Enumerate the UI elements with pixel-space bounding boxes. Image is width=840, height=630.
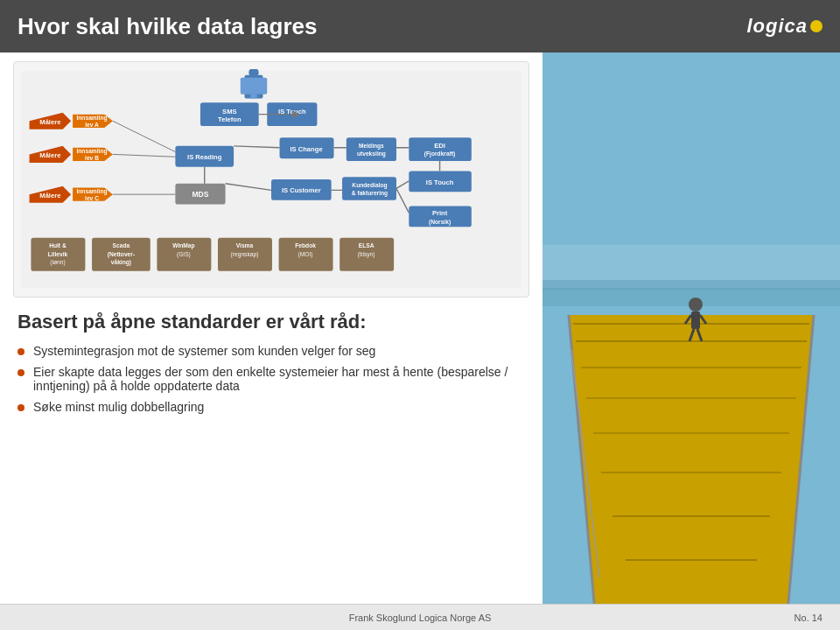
svg-text:MDS: MDS	[192, 190, 208, 199]
flow-diagram: SMS Telefon IS Touch IS Reading IS Chang…	[21, 69, 522, 290]
main-heading: Basert på åpne standarder er vårt råd:	[18, 311, 525, 333]
diagram-area: SMS Telefon IS Touch IS Reading IS Chang…	[13, 61, 529, 298]
svg-text:(lønn): (lønn)	[50, 259, 65, 266]
svg-text:Meldings: Meldings	[359, 143, 384, 150]
svg-text:Målere: Målere	[39, 151, 60, 159]
svg-text:våking): våking)	[111, 259, 131, 266]
svg-text:Febdok: Febdok	[295, 242, 316, 248]
svg-point-95	[689, 298, 703, 312]
bullet-item-3: Søke minst mulig dobbellagring	[18, 400, 525, 414]
photo-area	[542, 52, 840, 612]
logo-dot	[810, 20, 822, 32]
svg-text:(MOI): (MOI)	[298, 251, 313, 258]
boardwalk-illustration	[542, 52, 840, 612]
svg-text:(regnskap): (regnskap)	[231, 251, 259, 258]
svg-text:SMS: SMS	[222, 108, 236, 116]
svg-text:Hult &: Hult &	[49, 242, 66, 248]
footer-page-number: No. 14	[794, 612, 822, 623]
svg-rect-3	[241, 78, 268, 94]
bullet-text-2: Eier skapte data legges der som den enke…	[33, 365, 525, 393]
content-left: SMS Telefon IS Touch IS Reading IS Chang…	[0, 52, 542, 612]
bullet-dot-2	[18, 369, 24, 376]
logo-area: logica	[746, 15, 822, 38]
svg-text:Lillevik: Lillevik	[48, 251, 68, 257]
bullet-item-2: Eier skapte data legges der som den enke…	[18, 365, 525, 393]
header: Hvor skal hvilke data lagres logica	[0, 0, 840, 52]
svg-rect-96	[691, 312, 700, 329]
svg-text:Kundedialog: Kundedialog	[352, 182, 387, 189]
main-content: SMS Telefon IS Touch IS Reading IS Chang…	[0, 52, 840, 612]
svg-text:Scada: Scada	[113, 242, 130, 248]
svg-text:lev C: lev C	[85, 195, 99, 201]
bullet-item-1: Systemintegrasjon mot de systemer som ku…	[18, 344, 525, 358]
svg-text:Målere: Målere	[39, 192, 60, 200]
footer-center-text: Frank Skoglund Logica Norge AS	[349, 612, 492, 623]
logica-logo: logica	[746, 15, 808, 38]
bullet-dot-1	[18, 348, 24, 355]
svg-text:IS Reading: IS Reading	[187, 153, 222, 161]
svg-text:Telefon: Telefon	[218, 116, 242, 123]
svg-rect-15	[346, 137, 396, 161]
svg-text:lev A: lev A	[85, 122, 99, 128]
svg-text:(Fjordkraft): (Fjordkraft)	[424, 150, 456, 158]
svg-rect-27	[342, 177, 396, 200]
svg-text:IS Change: IS Change	[290, 145, 322, 153]
footer: Frank Skoglund Logica Norge AS No. 14	[0, 604, 840, 630]
page-title: Hvor skal hvilke data lagres	[18, 13, 318, 40]
svg-text:(GIS): (GIS)	[177, 251, 191, 258]
svg-text:(tilsyn): (tilsyn)	[358, 251, 375, 258]
bullet-text-1: Systemintegrasjon mot de systemer som ku…	[33, 344, 375, 358]
svg-text:IS Touch: IS Touch	[426, 178, 454, 186]
svg-marker-83	[569, 315, 814, 612]
svg-rect-4	[250, 94, 257, 99]
svg-text:WinMap: WinMap	[172, 242, 194, 249]
svg-text:Print: Print	[432, 209, 448, 217]
svg-text:utveksling: utveksling	[357, 150, 386, 158]
svg-text:IS Customer: IS Customer	[282, 186, 321, 194]
svg-text:Målere: Målere	[39, 118, 60, 126]
svg-text:Visma: Visma	[236, 242, 254, 248]
svg-text:EDI: EDI	[434, 142, 445, 150]
bullet-text-3: Søke minst mulig dobbellagring	[33, 400, 204, 414]
svg-text:(Norsik): (Norsik)	[429, 219, 451, 226]
svg-text:lev B: lev B	[85, 155, 99, 161]
text-content: Basert på åpne standarder er vårt råd: S…	[13, 306, 529, 414]
bullet-dot-3	[18, 404, 24, 411]
svg-text:ELSA: ELSA	[359, 242, 374, 248]
svg-text:(Nettover-: (Nettover-	[108, 251, 135, 258]
svg-text:& fakturering: & fakturering	[352, 190, 388, 197]
